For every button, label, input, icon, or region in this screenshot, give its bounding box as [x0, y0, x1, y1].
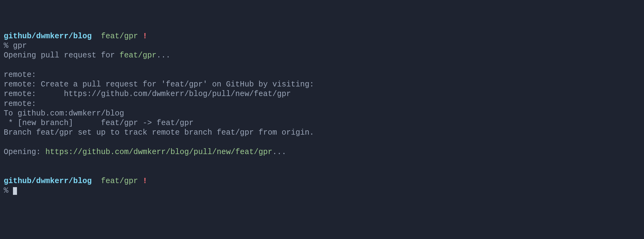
command-text: gpr: [13, 41, 27, 50]
prompt-line-2: github/dwmkerr/blog feat/gpr !: [4, 176, 640, 186]
remote-line-2: remote: Create a pull request for 'feat/…: [4, 80, 640, 89]
opening-prefix: Opening pull request for: [4, 51, 119, 60]
output-opening-pr: Opening pull request for feat/gpr...: [4, 51, 640, 60]
opening-ellipsis: ...: [157, 51, 170, 60]
opening-branch: feat/gpr: [119, 51, 157, 60]
prompt-branch: feat/gpr: [101, 177, 138, 186]
prompt-symbol: %: [4, 41, 8, 50]
prompt-dirty-icon: !: [143, 32, 147, 41]
track-line: Branch feat/gpr set up to track remote b…: [4, 128, 640, 137]
blank-line: [4, 61, 640, 70]
prompt-path: github/dwmkerr/blog: [4, 177, 92, 186]
opening2-url: https://github.com/dwmkerr/blog/pull/new…: [45, 148, 272, 157]
opening2-prefix: Opening:: [4, 148, 45, 157]
prompt-line-1: github/dwmkerr/blog feat/gpr !: [4, 31, 640, 41]
prompt-dirty-icon: !: [143, 177, 147, 186]
opening2-ellipsis: ...: [272, 148, 286, 157]
opening-url-line: Opening: https://github.com/dwmkerr/blog…: [4, 147, 640, 157]
remote-line-3: remote: https://github.com/dwmkerr/blog/…: [4, 89, 640, 99]
to-line: To github.com:dwmkerr/blog: [4, 109, 640, 118]
cursor-icon: [13, 187, 17, 195]
blank-line: [4, 138, 640, 147]
blank-line: [4, 157, 640, 166]
prompt-path: github/dwmkerr/blog: [4, 32, 92, 41]
terminal[interactable]: github/dwmkerr/blog feat/gpr !% gprOpeni…: [4, 31, 640, 195]
remote-line-4: remote:: [4, 99, 640, 109]
command-line-2[interactable]: %: [4, 186, 640, 195]
new-branch-line: * [new branch] feat/gpr -> feat/gpr: [4, 118, 640, 128]
blank-line: [4, 166, 640, 176]
prompt-branch: feat/gpr: [101, 32, 138, 41]
command-line-1: % gpr: [4, 41, 640, 51]
remote-line-1: remote:: [4, 70, 640, 80]
prompt-symbol: %: [4, 186, 8, 195]
